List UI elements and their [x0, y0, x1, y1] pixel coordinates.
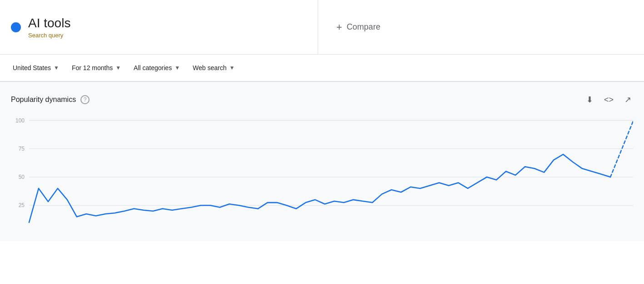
- plus-icon: +: [336, 21, 342, 33]
- search-type-filter[interactable]: Web search ▼: [191, 61, 236, 74]
- trend-line: [29, 154, 610, 223]
- compare-label: Compare: [347, 22, 380, 32]
- term-indicator-dot: [11, 22, 21, 32]
- categories-filter[interactable]: All categories ▼: [132, 61, 182, 74]
- categories-label: All categories: [134, 64, 172, 71]
- chart-section: Popularity dynamics ? ⬇ <> ↗ 100 75 50: [0, 82, 644, 241]
- term-subtitle: Search query: [28, 32, 70, 39]
- search-type-label: Web search: [193, 64, 226, 71]
- compare-area: + Compare: [318, 12, 644, 42]
- search-term-area: AI tools Search query: [0, 0, 318, 54]
- period-chevron-icon: ▼: [115, 65, 121, 71]
- help-icon[interactable]: ?: [80, 95, 90, 104]
- region-filter[interactable]: United States ▼: [11, 61, 61, 74]
- chart-title: Popularity dynamics: [11, 96, 76, 104]
- svg-text:100: 100: [15, 117, 25, 123]
- filters-section: United States ▼ For 12 months ▼ All cate…: [0, 55, 644, 82]
- search-type-chevron-icon: ▼: [230, 65, 235, 71]
- chart-title-area: Popularity dynamics ?: [11, 95, 90, 104]
- svg-text:25: 25: [19, 202, 25, 208]
- svg-text:50: 50: [19, 174, 25, 180]
- chart-actions: ⬇ <> ↗: [584, 93, 633, 106]
- header-section: AI tools Search query + Compare: [0, 0, 644, 55]
- categories-chevron-icon: ▼: [175, 65, 180, 71]
- term-text: AI tools Search query: [28, 15, 70, 39]
- projected-line: [610, 121, 633, 177]
- region-label: United States: [13, 64, 51, 71]
- download-button[interactable]: ⬇: [584, 93, 595, 106]
- trend-chart-svg: 100 75 50 25: [11, 116, 633, 238]
- embed-code-button[interactable]: <>: [602, 93, 615, 106]
- period-label: For 12 months: [72, 64, 113, 71]
- svg-text:75: 75: [19, 146, 25, 152]
- compare-button[interactable]: + Compare: [336, 21, 380, 33]
- period-filter[interactable]: For 12 months ▼: [70, 61, 123, 74]
- chart-header: Popularity dynamics ? ⬇ <> ↗: [11, 93, 633, 106]
- share-button[interactable]: ↗: [623, 93, 633, 106]
- term-title: AI tools: [28, 15, 70, 31]
- region-chevron-icon: ▼: [54, 65, 59, 71]
- chart-container: 100 75 50 25: [11, 116, 633, 238]
